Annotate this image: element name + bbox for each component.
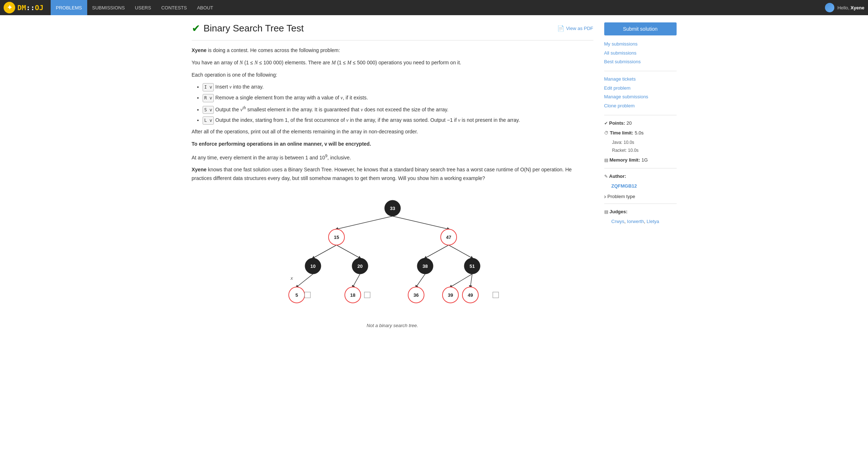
- p6-name: Xyene: [192, 167, 207, 172]
- navbar: ✦ DM::OJ PROBLEMSSUBMISSIONSUSERSCONTEST…: [0, 0, 868, 15]
- logo[interactable]: ✦ DM::OJ: [4, 2, 43, 13]
- svg-text:47: 47: [446, 235, 451, 240]
- svg-line-9: [450, 274, 472, 287]
- intro-text: is doing a contest. He comes across the …: [207, 47, 340, 53]
- svg-rect-37: [364, 292, 370, 298]
- judges-list: Crwys, Iorwerth, Lletya: [611, 217, 677, 226]
- sidebar-admin-links: Manage tickets Edit problem Manage submi…: [604, 75, 677, 111]
- svg-line-5: [449, 245, 472, 258]
- submit-solution-button[interactable]: Submit solution: [604, 22, 677, 35]
- svg-text:38: 38: [422, 264, 427, 269]
- my-submissions-link[interactable]: My submissions: [604, 40, 677, 49]
- svg-line-1: [393, 216, 449, 229]
- author-label: Author:: [609, 172, 626, 180]
- svg-text:36: 36: [413, 292, 418, 298]
- p3: After all of the operations, print out a…: [192, 128, 593, 136]
- problem-content: ✔ Binary Search Tree Test 📄 View as PDF …: [192, 22, 593, 337]
- problem-type-row: Problem type: [604, 193, 677, 200]
- nav-link-submissions[interactable]: SUBMISSIONS: [87, 0, 130, 15]
- manage-submissions-link[interactable]: Manage submissions: [604, 93, 677, 102]
- svg-line-10: [470, 274, 472, 287]
- svg-text:10: 10: [310, 264, 315, 269]
- judges-label: Judges:: [610, 207, 628, 216]
- judges-section: ▤ Judges: Crwys, Iorwerth, Lletya: [604, 207, 677, 226]
- nav-user: Hello, Xyene: [825, 3, 864, 12]
- problem-title: Binary Search Tree Test: [204, 23, 304, 34]
- points-value: 20: [627, 119, 632, 127]
- p6: Xyene knows that one fast solution uses …: [192, 166, 593, 183]
- svg-line-2: [313, 245, 336, 258]
- clock-icon: ⏱: [604, 129, 609, 137]
- svg-line-3: [336, 245, 360, 258]
- time-limit-value: 5.0s: [635, 129, 644, 137]
- svg-text:39: 39: [448, 292, 453, 298]
- time-limit-label: Time limit:: [610, 129, 634, 137]
- points-label: Points:: [609, 119, 625, 127]
- problem-body: Xyene is doing a contest. He comes acros…: [192, 46, 593, 330]
- svg-text:51: 51: [469, 264, 474, 269]
- bst-caption: Not a binary search tree.: [192, 322, 593, 330]
- nav-link-users[interactable]: USERS: [130, 0, 156, 15]
- nav-link-contests[interactable]: CONTESTS: [156, 0, 192, 15]
- problem-type-label: Problem type: [607, 194, 635, 199]
- bst-diagram: x33154710203851518363949 Not a binary se…: [192, 190, 593, 330]
- op-insert-key: I v: [203, 83, 214, 91]
- author-row: ✎ Author:: [604, 172, 677, 181]
- author-icon: ✎: [604, 173, 608, 181]
- author-link[interactable]: ZQFMGB12: [611, 183, 637, 189]
- sidebar: Submit solution My submissions All submi…: [604, 22, 677, 337]
- clone-problem-link[interactable]: Clone problem: [604, 102, 677, 111]
- time-limit-row: ⏱ Time limit: 5.0s: [604, 129, 677, 137]
- svg-text:33: 33: [390, 206, 395, 211]
- operations-list: I v Insert v into the array. R v Remove …: [203, 83, 593, 125]
- op-index: L v Output the index, starting from 1, o…: [203, 116, 593, 125]
- intro-name: Xyene: [192, 47, 207, 53]
- view-as-pdf-link[interactable]: 📄 View as PDF: [557, 25, 593, 32]
- sidebar-divider-3: [604, 168, 677, 168]
- intro-paragraph: Xyene is doing a contest. He comes acros…: [192, 46, 593, 55]
- sidebar-meta: ✔ Points: 20 ⏱ Time limit: 5.0s Java: 10…: [604, 119, 677, 164]
- edit-problem-link[interactable]: Edit problem: [604, 84, 677, 93]
- nav-links: PROBLEMSSUBMISSIONSUSERSCONTESTSABOUT: [51, 0, 825, 15]
- svg-text:20: 20: [357, 264, 362, 269]
- judges-icon: ▤: [604, 208, 608, 216]
- svg-line-6: [297, 274, 313, 287]
- sidebar-divider-1: [604, 71, 677, 71]
- op-remove: R v Remove a single element from the arr…: [203, 94, 593, 102]
- problem-header: ✔ Binary Search Tree Test 📄 View as PDF: [192, 22, 593, 40]
- nav-link-about[interactable]: ABOUT: [192, 0, 218, 15]
- time-racket: Racket: 10.0s: [612, 147, 677, 155]
- logo-text: DM::OJ: [17, 3, 43, 12]
- p2: Each operation is one of the following:: [192, 71, 593, 80]
- judge-link-iorwerth[interactable]: Iorwerth: [627, 219, 644, 224]
- sidebar-divider-4: [604, 203, 677, 204]
- judges-row: ▤ Judges:: [604, 207, 677, 216]
- user-avatar: [825, 3, 834, 12]
- best-submissions-link[interactable]: Best submissions: [604, 57, 677, 67]
- logo-star-icon: ✦: [4, 2, 15, 13]
- problem-type-toggle[interactable]: Problem type: [604, 193, 677, 200]
- time-java: Java: 10.0s: [612, 139, 677, 147]
- op-insert: I v Insert v into the array.: [203, 83, 593, 91]
- author-name-row: ZQFMGB12: [611, 182, 677, 190]
- all-submissions-link[interactable]: All submissions: [604, 49, 677, 58]
- pdf-icon: 📄: [557, 25, 564, 32]
- judge-link-lletya[interactable]: Lletya: [647, 219, 659, 224]
- judge-link-crwys[interactable]: Crwys: [611, 219, 624, 224]
- nav-link-problems[interactable]: PROBLEMS: [51, 0, 87, 15]
- bst-svg: x33154710203851518363949: [266, 190, 519, 320]
- svg-text:49: 49: [467, 292, 473, 298]
- svg-text:18: 18: [350, 292, 355, 298]
- p4: To enforce performing operations in an o…: [192, 140, 593, 149]
- svg-rect-36: [305, 292, 310, 298]
- memory-limit-value: 1G: [642, 156, 648, 164]
- svg-text:x: x: [290, 275, 293, 281]
- manage-tickets-link[interactable]: Manage tickets: [604, 75, 677, 84]
- username: Xyene: [851, 5, 864, 10]
- pdf-label: View as PDF: [566, 26, 593, 31]
- sidebar-divider-2: [604, 115, 677, 115]
- svg-text:15: 15: [334, 235, 339, 240]
- p6-text: knows that one fast solution uses a Bina…: [192, 167, 572, 181]
- svg-text:5: 5: [295, 292, 298, 298]
- op-smallest: S v Output the vth smallest element in t…: [203, 104, 593, 114]
